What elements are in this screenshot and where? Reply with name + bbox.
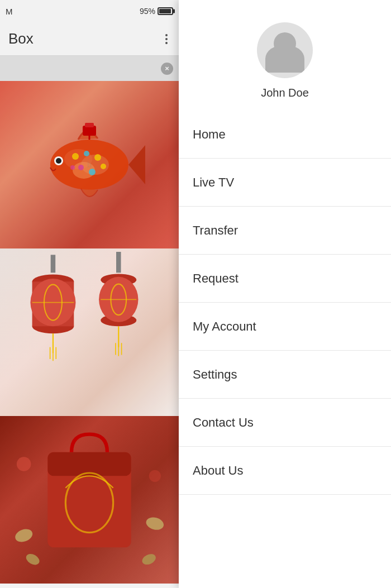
menu-item-contact-us[interactable]: Contact Us xyxy=(179,399,391,447)
avatar-icon xyxy=(257,22,313,78)
menu-item-label-my-account: My Account xyxy=(193,319,256,334)
menu-item-transfer[interactable]: Transfer xyxy=(179,207,391,255)
drawer-overlay xyxy=(0,0,179,588)
profile-name: John Doe xyxy=(261,87,309,99)
menu-list: Home Live TV Transfer Request My Account… xyxy=(179,111,391,588)
drawer-panel: John Doe Home Live TV Transfer Request M… xyxy=(179,0,391,588)
menu-item-label-about-us: About Us xyxy=(193,463,244,478)
menu-item-settings[interactable]: Settings xyxy=(179,351,391,399)
menu-item-about-us[interactable]: About Us xyxy=(179,447,391,495)
menu-item-my-account[interactable]: My Account xyxy=(179,303,391,351)
avatar xyxy=(257,22,313,78)
menu-item-label-transfer: Transfer xyxy=(193,223,238,238)
profile-section: John Doe xyxy=(179,0,391,111)
menu-item-label-live-tv: Live TV xyxy=(193,175,234,190)
menu-item-request[interactable]: Request xyxy=(179,255,391,303)
menu-item-label-contact-us: Contact Us xyxy=(193,415,254,430)
menu-item-label-home: Home xyxy=(193,127,226,142)
menu-item-label-settings: Settings xyxy=(193,367,237,382)
menu-item-label-request: Request xyxy=(193,271,239,286)
menu-item-home[interactable]: Home xyxy=(179,111,391,159)
menu-item-live-tv[interactable]: Live TV xyxy=(179,159,391,207)
avatar-body xyxy=(265,45,304,73)
